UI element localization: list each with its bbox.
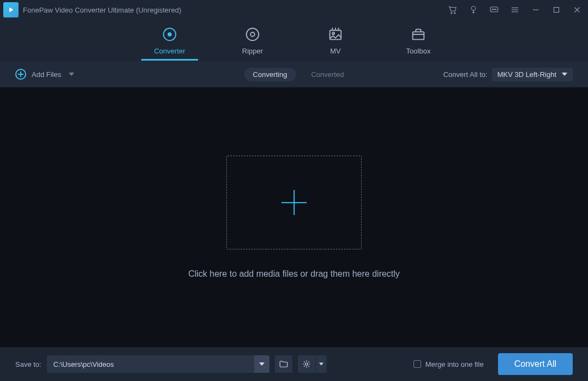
tab-toolbox[interactable]: Toolbox bbox=[397, 26, 440, 61]
svg-point-9 bbox=[495, 9, 496, 10]
svg-rect-14 bbox=[554, 8, 559, 13]
close-button[interactable] bbox=[571, 3, 584, 16]
convert-all-button[interactable]: Convert All bbox=[498, 353, 573, 375]
add-files-button[interactable]: Add Files bbox=[15, 69, 74, 80]
add-files-dropdown[interactable] bbox=[69, 69, 74, 79]
svg-point-18 bbox=[167, 32, 172, 37]
tab-converter-label: Converter bbox=[154, 47, 185, 55]
plus-icon bbox=[281, 190, 307, 215]
save-path-field bbox=[47, 355, 269, 373]
settings-button[interactable] bbox=[298, 355, 315, 373]
svg-marker-30 bbox=[259, 362, 265, 366]
tab-mv[interactable]: MV bbox=[314, 26, 357, 61]
converter-icon bbox=[161, 26, 178, 43]
format-dropdown[interactable]: MKV 3D Left-Right bbox=[492, 68, 573, 81]
plus-circle-icon bbox=[15, 69, 26, 80]
convert-all-to-label: Convert All to: bbox=[443, 70, 488, 79]
open-folder-button[interactable] bbox=[275, 355, 292, 373]
svg-marker-32 bbox=[319, 363, 323, 366]
save-to-label: Save to: bbox=[15, 360, 41, 368]
merge-label: Merge into one file bbox=[425, 360, 484, 368]
converting-tab[interactable]: Converting bbox=[244, 68, 296, 81]
svg-marker-28 bbox=[69, 73, 74, 76]
status-tabs: Converting Converted bbox=[244, 68, 344, 81]
tab-converter[interactable]: Converter bbox=[148, 26, 191, 61]
svg-rect-26 bbox=[413, 32, 424, 39]
svg-point-3 bbox=[471, 6, 476, 10]
tab-toolbox-label: Toolbox bbox=[406, 47, 431, 55]
svg-point-19 bbox=[247, 28, 259, 41]
merge-checkbox[interactable]: Merge into one file bbox=[413, 360, 484, 368]
gear-icon bbox=[302, 359, 311, 369]
tab-mv-label: MV bbox=[330, 47, 341, 55]
save-path-dropdown[interactable] bbox=[254, 355, 269, 373]
format-selected: MKV 3D Left-Right bbox=[497, 70, 556, 79]
cart-icon[interactable] bbox=[446, 3, 459, 16]
feedback-icon[interactable] bbox=[488, 3, 501, 16]
bottom-bar: Save to: Merge into one file Convert All bbox=[0, 347, 588, 381]
key-icon[interactable] bbox=[467, 3, 480, 16]
mv-icon bbox=[327, 26, 344, 43]
minimize-button[interactable] bbox=[529, 3, 542, 16]
svg-point-25 bbox=[332, 32, 334, 34]
app-title: FonePaw Video Converter Ultimate (Unregi… bbox=[23, 6, 181, 14]
convert-all-label: Convert All bbox=[514, 359, 556, 369]
titlebar: FonePaw Video Converter Ultimate (Unregi… bbox=[0, 0, 588, 20]
svg-point-1 bbox=[451, 13, 452, 14]
svg-point-8 bbox=[494, 9, 495, 10]
convert-all-to: Convert All to: MKV 3D Left-Right bbox=[443, 68, 573, 81]
folder-icon bbox=[279, 359, 289, 369]
svg-point-2 bbox=[454, 13, 455, 14]
svg-marker-0 bbox=[9, 8, 14, 13]
dropzone-hint: Click here to add media files or drag th… bbox=[188, 269, 400, 279]
maximize-button[interactable] bbox=[550, 3, 563, 16]
svg-marker-29 bbox=[562, 73, 567, 76]
add-files-label: Add Files bbox=[32, 70, 61, 79]
action-bar: Add Files Converting Converted Convert A… bbox=[0, 61, 588, 87]
tab-ripper[interactable]: Ripper bbox=[231, 26, 274, 61]
chevron-down-icon bbox=[562, 72, 567, 77]
svg-point-31 bbox=[305, 363, 308, 366]
app-logo bbox=[3, 2, 19, 17]
ripper-icon bbox=[244, 26, 261, 43]
settings-dropdown[interactable] bbox=[316, 355, 327, 373]
menu-icon[interactable] bbox=[508, 3, 521, 16]
dropzone-area: Click here to add media files or drag th… bbox=[0, 87, 588, 347]
tab-ripper-label: Ripper bbox=[242, 47, 263, 55]
main-tabs: Converter Ripper MV Toolbox bbox=[0, 20, 588, 61]
settings-button-group bbox=[298, 355, 327, 373]
dropzone[interactable] bbox=[226, 156, 362, 249]
toolbox-icon bbox=[410, 26, 427, 43]
checkbox-icon bbox=[413, 360, 421, 368]
converted-tab[interactable]: Converted bbox=[311, 70, 344, 79]
svg-point-7 bbox=[492, 9, 493, 10]
svg-point-20 bbox=[250, 32, 255, 37]
save-path-input[interactable] bbox=[47, 360, 254, 368]
